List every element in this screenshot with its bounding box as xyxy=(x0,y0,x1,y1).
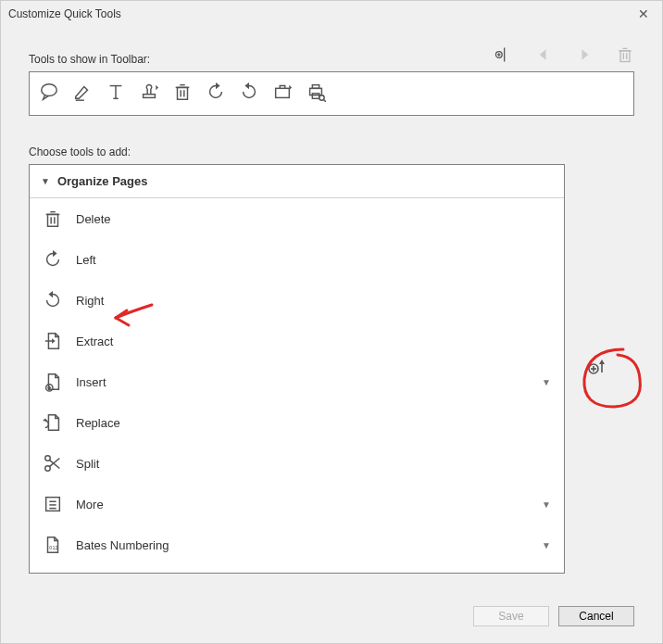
tool-item-split[interactable]: Split xyxy=(30,443,564,484)
tool-label: Replace xyxy=(76,416,551,430)
close-icon[interactable]: ✕ xyxy=(632,6,655,21)
save-button[interactable]: Save xyxy=(473,606,549,626)
svg-text:012: 012 xyxy=(49,545,57,550)
chevron-down-icon: ▼ xyxy=(542,499,551,510)
tool-item-extract[interactable]: Extract xyxy=(30,321,564,361)
svg-rect-20 xyxy=(276,88,290,97)
svg-line-25 xyxy=(323,99,326,102)
tool-item-delete[interactable]: Delete xyxy=(30,198,564,239)
collapse-icon: ▼ xyxy=(41,176,50,186)
dialog-window: Customize Quick Tools ✕ Tools to show in… xyxy=(0,0,663,644)
svg-rect-14 xyxy=(144,95,156,98)
svg-rect-15 xyxy=(178,87,188,99)
tool-item-left[interactable]: Left xyxy=(30,239,564,280)
trash-icon xyxy=(43,208,63,229)
titlebar: Customize Quick Tools ✕ xyxy=(1,1,662,27)
svg-rect-4 xyxy=(620,51,630,62)
svg-point-9 xyxy=(42,84,57,96)
cancel-button[interactable]: Cancel xyxy=(558,606,634,626)
chevron-down-icon: ▼ xyxy=(542,377,551,387)
current-toolbar xyxy=(29,71,634,116)
tool-item-bates[interactable]: 012 Bates Numbering ▼ xyxy=(30,524,564,565)
choose-tools-label: Choose tools to add: xyxy=(29,145,634,158)
tool-item-insert[interactable]: Insert ▼ xyxy=(30,361,564,402)
svg-line-37 xyxy=(49,459,59,467)
chevron-down-icon: ▼ xyxy=(542,540,551,550)
top-actions xyxy=(494,45,634,68)
split-icon xyxy=(43,453,63,474)
rotate-right-icon[interactable] xyxy=(239,82,259,106)
comment-icon[interactable] xyxy=(39,82,59,106)
tool-label: Split xyxy=(76,457,551,471)
print-search-icon[interactable] xyxy=(306,82,326,106)
tool-item-more[interactable]: More ▼ xyxy=(30,484,564,524)
briefcase-icon[interactable] xyxy=(272,82,293,106)
group-name: Organize Pages xyxy=(57,174,148,188)
more-icon xyxy=(43,494,63,514)
svg-line-36 xyxy=(49,460,59,468)
insert-icon xyxy=(43,372,63,392)
text-icon[interactable] xyxy=(106,82,126,106)
svg-rect-23 xyxy=(312,94,319,99)
group-header-organize-pages[interactable]: ▼ Organize Pages xyxy=(30,165,564,198)
arrow-right-icon[interactable] xyxy=(575,45,594,68)
stamp-icon[interactable] xyxy=(139,82,159,106)
svg-rect-22 xyxy=(312,85,319,89)
trash-icon[interactable] xyxy=(616,45,634,68)
tool-label: Insert xyxy=(76,375,542,389)
svg-rect-26 xyxy=(48,214,58,226)
extract-icon xyxy=(43,331,63,351)
tool-label: Right xyxy=(76,294,551,308)
tool-label: Bates Numbering xyxy=(76,538,542,552)
tool-label: Extract xyxy=(76,335,551,348)
tool-item-replace[interactable]: Replace xyxy=(30,402,564,443)
tool-label: Delete xyxy=(76,212,551,226)
highlight-icon[interactable] xyxy=(72,82,93,106)
rotate-left-icon[interactable] xyxy=(206,82,226,106)
trash-icon[interactable] xyxy=(172,82,193,106)
add-up-icon[interactable] xyxy=(586,356,608,382)
window-title: Customize Quick Tools xyxy=(8,7,632,20)
tools-list[interactable]: ▼ Organize Pages Delete Left Right xyxy=(29,164,565,574)
arrow-left-icon[interactable] xyxy=(534,45,553,68)
divider-add-icon[interactable] xyxy=(494,45,512,68)
rotate-right-icon xyxy=(43,290,63,310)
rotate-left-icon xyxy=(43,249,63,270)
bates-icon: 012 xyxy=(43,535,63,555)
tool-label: More xyxy=(76,498,542,511)
replace-icon xyxy=(43,412,63,433)
tool-label: Left xyxy=(76,253,551,267)
tools-to-show-label: Tools to show in Toolbar: xyxy=(29,53,150,68)
tool-item-right[interactable]: Right xyxy=(30,280,564,321)
